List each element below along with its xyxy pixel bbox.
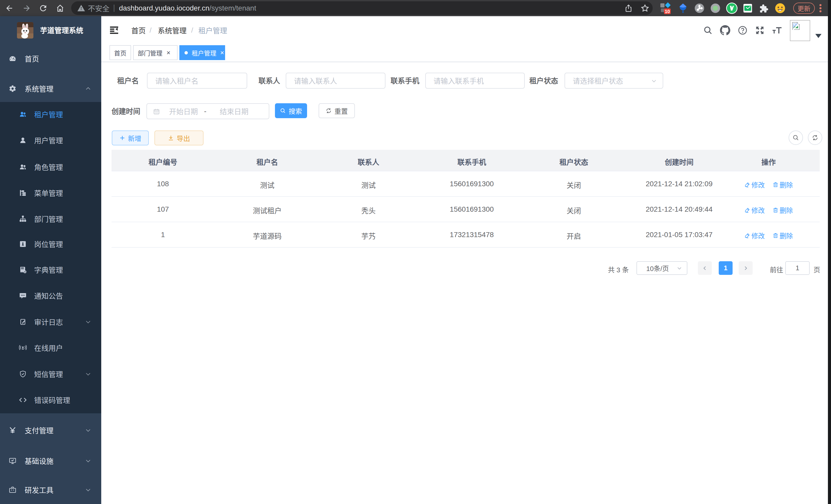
svg-text:10: 10 bbox=[665, 9, 670, 14]
